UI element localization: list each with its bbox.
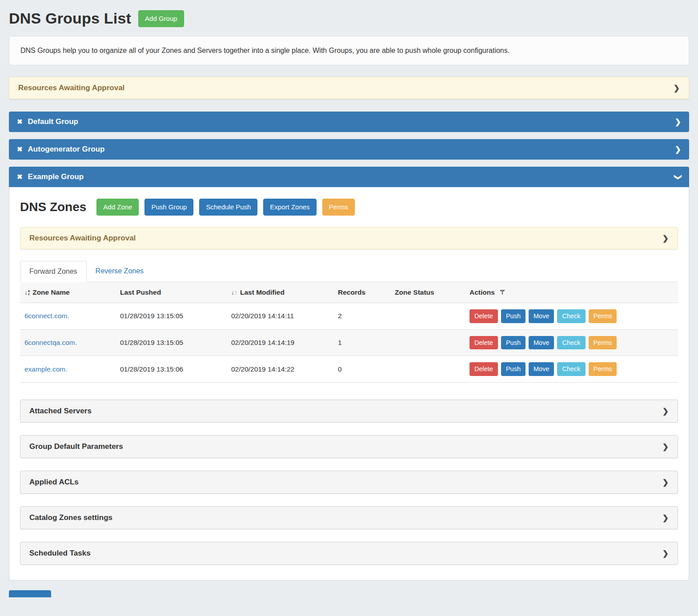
filter-icon[interactable]: [499, 289, 505, 296]
section-attached-servers[interactable]: Attached Servers ❯: [20, 400, 678, 423]
move-button[interactable]: Move: [529, 336, 554, 350]
dns-groups-page: DNS Groups List Add Group DNS Groups hel…: [0, 0, 698, 597]
tab-forward-zones[interactable]: Forward Zones: [20, 261, 87, 282]
zone-tabs: Forward Zones Reverse Zones: [20, 261, 678, 282]
table-row: 6connect.com. 01/28/2019 13:15:05 02/20/…: [20, 303, 678, 330]
records-cell: 2: [333, 303, 390, 330]
push-group-button[interactable]: Push Group: [144, 199, 193, 216]
zone-status-cell: [390, 356, 465, 383]
records-cell: 0: [333, 356, 390, 383]
zones-table: ↓ az Zone Name Last Pushed: [20, 282, 678, 383]
push-button[interactable]: Push: [501, 362, 526, 376]
check-button[interactable]: Check: [557, 362, 585, 376]
column-header-last-modified[interactable]: ↓↑ Last Modified: [227, 282, 333, 303]
zone-status-cell: [390, 329, 465, 356]
banner-label: Resources Awaiting Approval: [29, 234, 136, 243]
section-label: Group Default Parameters: [29, 442, 123, 451]
example-group-body: DNS Zones Add Zone Push Group Schedule P…: [9, 187, 689, 580]
add-group-button[interactable]: Add Group: [138, 10, 184, 27]
last-modified-cell: 02/20/2019 14:14:19: [227, 329, 333, 356]
delete-button[interactable]: Delete: [469, 309, 498, 323]
resources-awaiting-approval-banner[interactable]: Resources Awaiting Approval ❯: [9, 77, 689, 99]
zone-name-link[interactable]: example.com.: [24, 365, 67, 373]
row-actions: Delete Push Move Check Perms: [469, 309, 617, 323]
push-button[interactable]: Push: [501, 336, 526, 350]
group-header-example[interactable]: ✖ Example Group ❯: [9, 167, 689, 187]
zone-status-cell: [390, 303, 465, 330]
zone-name-link[interactable]: 6connectqa.com.: [24, 339, 77, 346]
row-actions: Delete Push Move Check Perms: [469, 336, 617, 350]
group-label: Example Group: [28, 172, 670, 181]
perms-button[interactable]: Perms: [322, 199, 355, 216]
check-button[interactable]: Check: [557, 336, 585, 350]
dns-zones-title: DNS Zones: [20, 200, 86, 214]
push-button[interactable]: Push: [501, 309, 526, 323]
tab-reverse-zones[interactable]: Reverse Zones: [87, 261, 153, 282]
column-header-actions: Actions: [465, 282, 678, 303]
description-box: DNS Groups help you to organize all of y…: [9, 36, 689, 65]
remove-group-icon[interactable]: ✖: [17, 173, 23, 181]
chevron-right-icon: ❯: [662, 408, 669, 415]
group-example: ✖ Example Group ❯ DNS Zones Add Zone Pus…: [9, 167, 689, 580]
last-pushed-cell: 01/28/2019 13:15:05: [116, 303, 227, 330]
group-label: Autogenerator Group: [28, 145, 670, 154]
chevron-right-icon: ❯: [674, 84, 680, 92]
group-sections: Attached Servers ❯ Group Default Paramet…: [20, 400, 678, 565]
section-label: Applied ACLs: [29, 478, 79, 487]
dns-zones-header: DNS Zones Add Zone Push Group Schedule P…: [20, 199, 678, 216]
banner-label: Resources Awaiting Approval: [18, 84, 124, 92]
column-header-zone-name[interactable]: ↓ az Zone Name: [20, 282, 116, 303]
sort-az-icon[interactable]: ↓ az: [24, 289, 30, 296]
description-text: DNS Groups help you to organize all of y…: [20, 47, 509, 54]
zone-name-link[interactable]: 6connect.com.: [24, 312, 69, 320]
column-header-records: Records: [333, 282, 390, 303]
partial-button[interactable]: [9, 590, 51, 597]
chevron-right-icon: ❯: [675, 118, 681, 126]
sort-updown-icon[interactable]: ↓↑: [231, 289, 237, 296]
export-zones-button[interactable]: Export Zones: [263, 199, 316, 216]
perms-button[interactable]: Perms: [589, 336, 617, 350]
page-title: DNS Groups List: [9, 10, 131, 27]
last-pushed-cell: 01/28/2019 13:15:05: [116, 329, 227, 356]
section-applied-acls[interactable]: Applied ACLs ❯: [20, 471, 678, 494]
chevron-right-icon: ❯: [662, 235, 669, 242]
group-header-default[interactable]: ✖ Default Group ❯: [9, 112, 689, 132]
chevron-right-icon: ❯: [662, 443, 669, 451]
chevron-right-icon: ❯: [662, 514, 669, 522]
move-button[interactable]: Move: [529, 362, 554, 376]
perms-button[interactable]: Perms: [589, 309, 617, 323]
section-label: Catalog Zones settings: [29, 513, 112, 522]
section-group-default-parameters[interactable]: Group Default Parameters ❯: [20, 435, 678, 458]
chevron-right-icon: ❯: [675, 146, 681, 153]
perms-button[interactable]: Perms: [589, 362, 617, 376]
group-header-autogenerator[interactable]: ✖ Autogenerator Group ❯: [9, 139, 689, 160]
move-button[interactable]: Move: [529, 309, 554, 323]
last-pushed-cell: 01/28/2019 13:15:06: [116, 356, 227, 383]
add-zone-button[interactable]: Add Zone: [96, 199, 139, 216]
check-button[interactable]: Check: [557, 309, 585, 323]
resources-awaiting-approval-banner-inner[interactable]: Resources Awaiting Approval ❯: [20, 227, 678, 249]
column-header-zone-status: Zone Status: [390, 282, 465, 303]
last-modified-cell: 02/20/2019 14:14:11: [227, 303, 333, 330]
group-label: Default Group: [28, 117, 670, 126]
remove-group-icon[interactable]: ✖: [17, 118, 23, 126]
table-row: example.com. 01/28/2019 13:15:06 02/20/2…: [20, 356, 678, 383]
records-cell: 1: [333, 329, 390, 356]
table-row: 6connectqa.com. 01/28/2019 13:15:05 02/2…: [20, 329, 678, 356]
delete-button[interactable]: Delete: [469, 336, 498, 350]
section-catalog-zones-settings[interactable]: Catalog Zones settings ❯: [20, 506, 678, 529]
section-label: Attached Servers: [29, 407, 92, 416]
chevron-right-icon: ❯: [662, 550, 669, 557]
column-header-last-pushed: Last Pushed: [116, 282, 227, 303]
section-scheduled-tasks[interactable]: Scheduled Tasks ❯: [20, 542, 678, 565]
delete-button[interactable]: Delete: [469, 362, 498, 376]
remove-group-icon[interactable]: ✖: [17, 145, 23, 153]
table-header-row: ↓ az Zone Name Last Pushed: [20, 282, 678, 303]
title-row: DNS Groups List Add Group: [9, 10, 689, 27]
chevron-right-icon: ❯: [662, 479, 669, 486]
section-label: Scheduled Tasks: [29, 549, 91, 558]
last-modified-cell: 02/20/2019 14:14:22: [227, 356, 333, 383]
row-actions: Delete Push Move Check Perms: [469, 362, 617, 376]
chevron-down-icon: ❯: [674, 174, 682, 180]
schedule-push-button[interactable]: Schedule Push: [199, 199, 257, 216]
